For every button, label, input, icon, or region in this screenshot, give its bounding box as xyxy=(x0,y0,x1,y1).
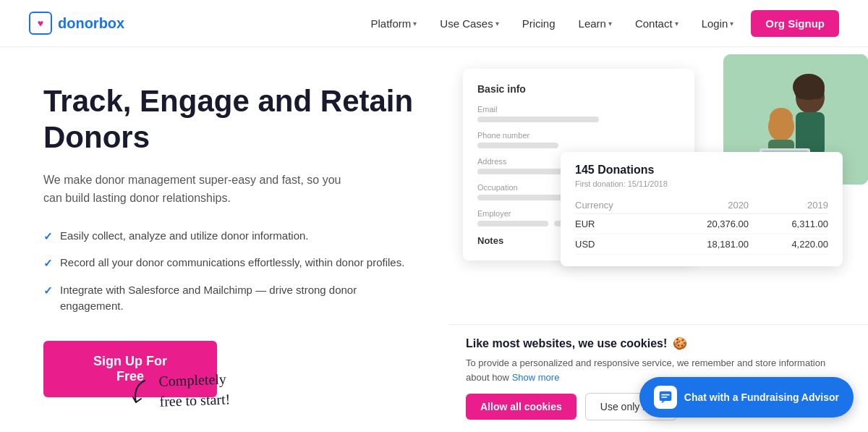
chevron-down-icon: ▾ xyxy=(730,20,733,27)
card-section-title: Basic info xyxy=(477,83,680,95)
hero-visual: Basic info Email Phone number Address Oc… xyxy=(448,47,868,432)
logo-text: donorbox xyxy=(58,15,124,32)
chat-icon-box xyxy=(654,386,677,409)
nav-login[interactable]: Login ▾ xyxy=(692,12,744,35)
svg-rect-13 xyxy=(661,394,670,396)
nav-contact[interactable]: Contact ▾ xyxy=(625,12,689,35)
logo-icon: ♥ xyxy=(29,12,52,35)
svg-point-5 xyxy=(810,82,825,99)
hero-subtitle: We make donor management super-easy and … xyxy=(43,171,362,208)
chevron-down-icon: ▾ xyxy=(413,20,417,27)
donations-table: Currency 2020 2019 EUR 20,376.00 6,311.0… xyxy=(575,197,828,255)
chevron-down-icon: ▾ xyxy=(675,20,678,27)
feature-list: ✓ Easily collect, analyze and utilize do… xyxy=(43,228,420,315)
table-row: EUR 20,376.00 6,311.00 xyxy=(575,214,828,234)
hero-title: Track, Engage and Retain Donors xyxy=(43,83,420,156)
svg-rect-14 xyxy=(661,397,667,398)
main-content: Track, Engage and Retain Donors We make … xyxy=(0,47,868,432)
logo-heart-icon: ♥ xyxy=(38,17,43,29)
nav-use-cases[interactable]: Use Cases ▾ xyxy=(430,12,509,35)
field-label: Email xyxy=(477,105,680,114)
cell-2019: 6,311.00 xyxy=(749,214,828,234)
donations-title: 145 Donations xyxy=(575,164,828,177)
show-more-link[interactable]: Show more xyxy=(512,372,560,383)
nav-platform[interactable]: Platform ▾ xyxy=(360,12,427,35)
arrow-icon xyxy=(130,377,152,406)
logo[interactable]: ♥ donorbox xyxy=(29,12,124,35)
svg-point-4 xyxy=(794,82,809,99)
header: ♥ donorbox Platform ▾ Use Cases ▾ Pricin… xyxy=(0,0,868,47)
field-bar xyxy=(477,221,548,226)
chevron-down-icon: ▾ xyxy=(495,20,499,27)
svg-point-8 xyxy=(770,108,793,128)
feature-item: ✓ Integrate with Salesforce and Mailchim… xyxy=(43,282,420,315)
feature-item: ✓ Record all your donor communications e… xyxy=(43,255,420,272)
chevron-down-icon: ▾ xyxy=(608,20,612,27)
cookie-title: Like most websites, we use cookies! 🍪 xyxy=(466,336,851,350)
cell-2020: 18,181.00 xyxy=(658,234,749,255)
cell-currency: USD xyxy=(575,234,658,255)
free-note: Completelyfree to start! xyxy=(130,370,230,410)
chat-widget[interactable]: Chat with a Fundraising Advisor xyxy=(639,377,854,418)
donorbox-chat-icon xyxy=(658,390,673,405)
table-row: USD 18,181.00 4,220.00 xyxy=(575,234,828,255)
field-bar xyxy=(477,117,599,122)
nav-pricing[interactable]: Pricing xyxy=(512,12,566,35)
hero-section: Track, Engage and Retain Donors We make … xyxy=(0,47,448,432)
field-row: Phone number xyxy=(477,131,680,148)
donations-card: 145 Donations First donation: 15/11/2018… xyxy=(561,152,843,266)
allow-cookies-button[interactable]: Allow all cookies xyxy=(466,394,576,420)
col-2020: 2020 xyxy=(658,197,749,214)
free-text: Completelyfree to start! xyxy=(158,368,231,411)
col-2019: 2019 xyxy=(749,197,828,214)
check-icon: ✓ xyxy=(43,283,53,300)
col-currency: Currency xyxy=(575,197,658,214)
field-bar xyxy=(477,143,558,148)
svg-rect-12 xyxy=(659,391,671,401)
check-icon: ✓ xyxy=(43,229,53,245)
field-row: Email xyxy=(477,105,680,122)
feature-item: ✓ Easily collect, analyze and utilize do… xyxy=(43,228,420,245)
field-label: Phone number xyxy=(477,131,680,140)
chat-label: Chat with a Fundraising Advisor xyxy=(684,391,839,403)
check-icon: ✓ xyxy=(43,255,53,272)
main-nav: Platform ▾ Use Cases ▾ Pricing Learn ▾ C… xyxy=(360,10,839,37)
cell-2020: 20,376.00 xyxy=(658,214,749,234)
cell-2019: 4,220.00 xyxy=(749,234,828,255)
nav-learn[interactable]: Learn ▾ xyxy=(569,12,622,35)
cell-currency: EUR xyxy=(575,214,658,234)
donations-subtitle: First donation: 15/11/2018 xyxy=(575,179,828,188)
cookie-emoji: 🍪 xyxy=(673,336,687,350)
org-signup-button[interactable]: Org Signup xyxy=(751,10,839,37)
